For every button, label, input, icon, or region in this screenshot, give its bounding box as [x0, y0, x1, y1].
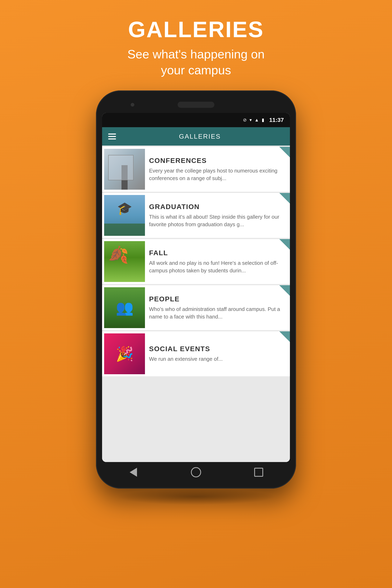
- status-icons: ⊘ ▾ ▲ ▮ 11:37: [243, 117, 284, 123]
- fall-arrow: [279, 239, 290, 250]
- people-title: PEOPLE: [149, 295, 286, 303]
- nav-back-button[interactable]: [127, 466, 140, 478]
- nav-recents-button[interactable]: [252, 466, 265, 478]
- phone-top-bar: [102, 96, 290, 113]
- people-desc: Who's who of administration staff around…: [149, 306, 286, 320]
- graduation-arrow: [279, 193, 290, 204]
- conferences-thumbnail: [104, 149, 145, 190]
- phone-speaker: [178, 102, 214, 108]
- signal-icon: ▲: [254, 118, 259, 123]
- phone-bottom-bar: [102, 462, 290, 482]
- status-time: 11:37: [269, 117, 284, 123]
- social-thumbnail: [104, 334, 145, 374]
- app-bar: GALLERIES: [102, 127, 290, 146]
- home-icon: [191, 467, 201, 477]
- people-arrow: [279, 285, 290, 296]
- fall-desc: All work and no play is no fun! Here's a…: [149, 259, 286, 274]
- graduation-desc: This is what it's all about! Step inside…: [149, 213, 286, 228]
- people-content: PEOPLE Who's who of administration staff…: [147, 291, 290, 324]
- phone-shadow: [116, 488, 276, 505]
- gallery-list: CONFERENCES Every year the college plays…: [102, 146, 290, 462]
- conferences-desc: Every year the college plays host to num…: [149, 167, 286, 182]
- hamburger-line-2: [108, 136, 116, 137]
- graduation-thumbnail: [104, 195, 145, 236]
- nav-home-button[interactable]: [190, 466, 202, 478]
- gallery-item-conferences[interactable]: CONFERENCES Every year the college plays…: [102, 147, 290, 192]
- battery-icon: ▮: [262, 118, 264, 123]
- page-title: GALLERIES: [128, 16, 264, 42]
- phone-shell: ⊘ ▾ ▲ ▮ 11:37 GALLERIES CONFERENCES: [96, 90, 296, 488]
- phone-camera: [131, 103, 134, 106]
- page-header: GALLERIES See what's happening onyour ca…: [128, 16, 264, 78]
- conferences-title: CONFERENCES: [149, 156, 286, 164]
- fall-title: FALL: [149, 249, 286, 257]
- conferences-content: CONFERENCES Every year the college plays…: [147, 152, 290, 186]
- social-arrow: [279, 331, 290, 342]
- gallery-item-people[interactable]: PEOPLE Who's who of administration staff…: [102, 285, 290, 330]
- wifi-icon: ▾: [250, 118, 252, 123]
- people-thumbnail: [104, 287, 145, 328]
- app-bar-title: GALLERIES: [116, 133, 284, 140]
- page-subtitle: See what's happening onyour campus: [128, 46, 264, 78]
- fall-content: FALL All work and no play is no fun! Her…: [147, 245, 290, 278]
- hamburger-menu-button[interactable]: [108, 134, 116, 140]
- fall-thumbnail: [104, 241, 145, 282]
- gallery-item-graduation[interactable]: GRADUATION This is what it's all about! …: [102, 193, 290, 238]
- hamburger-line-1: [108, 134, 116, 134]
- conferences-arrow: [279, 147, 290, 158]
- recents-icon: [254, 468, 263, 477]
- graduation-title: GRADUATION: [149, 203, 286, 211]
- social-content: SOCIAL EVENTS We run an extensive range …: [147, 341, 290, 367]
- gallery-item-social-events[interactable]: SOCIAL EVENTS We run an extensive range …: [102, 331, 290, 376]
- no-disturb-icon: ⊘: [243, 118, 247, 123]
- graduation-content: GRADUATION This is what it's all about! …: [147, 199, 290, 232]
- social-title: SOCIAL EVENTS: [149, 345, 286, 353]
- hamburger-line-3: [108, 138, 116, 140]
- status-bar: ⊘ ▾ ▲ ▮ 11:37: [102, 113, 290, 127]
- phone-screen: ⊘ ▾ ▲ ▮ 11:37 GALLERIES CONFERENCES: [102, 113, 290, 462]
- social-desc: We run an extensive range of...: [149, 355, 286, 362]
- gallery-item-fall[interactable]: FALL All work and no play is no fun! Her…: [102, 239, 290, 284]
- back-icon: [130, 468, 137, 477]
